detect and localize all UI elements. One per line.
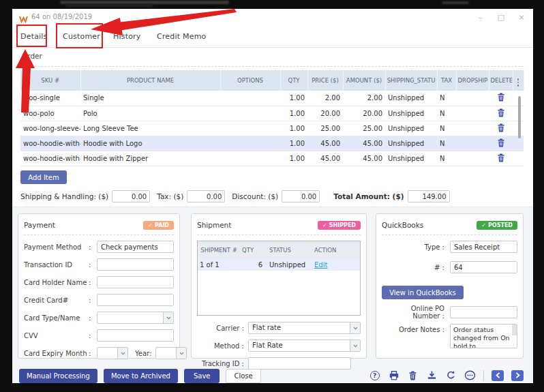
dashed-divider [382,235,517,235]
payment-method-input[interactable] [97,241,174,253]
delete-cell[interactable] [489,91,513,106]
qb-type-label: Type : [382,243,450,251]
card-holder-input[interactable] [97,276,174,288]
close-button[interactable]: Close [226,369,260,383]
amount-cell: 45.00 [343,136,385,151]
minimize-button[interactable]: – [473,11,488,23]
order-section-label: Order [22,52,42,60]
online-po-label: Online PO Number : [382,305,450,320]
manual-processing-button[interactable]: Manual Processing [19,369,97,383]
save-button[interactable]: Save [184,369,220,383]
dropship-cell [456,151,489,166]
discount-label: Discount: ($) [232,192,278,200]
method-select[interactable]: Flat Rate [248,340,361,352]
tracking-id-input[interactable] [248,357,351,370]
header-shipping-status: SHIPPING_STATU [385,70,437,91]
tab-customer[interactable]: Customer [63,32,100,41]
scrollbar-thumb[interactable] [512,325,517,335]
transaction-id-label: Transaction ID [24,261,89,269]
carrier-select[interactable]: Flat rate [248,322,361,334]
qty-cell: 1.00 [280,106,307,121]
expiry-month-select[interactable] [97,347,128,359]
more-options-icon[interactable] [464,370,476,381]
header-price: PRICE ($) [307,70,343,91]
qb-type-input[interactable] [450,241,517,253]
shipment-row: 1 of 1 6 Unshipped Edit [198,259,360,271]
order-notes-textarea[interactable]: Order status changed from On hold to [450,324,517,348]
online-po-input[interactable] [450,306,517,318]
transaction-id-input[interactable] [97,258,174,271]
dashed-divider [24,235,174,235]
next-order-button[interactable] [511,370,524,381]
carrier-label: Carrier : [197,325,248,332]
header-tax: TAX [437,70,456,91]
cropped-text-smudge [60,1,229,4]
shipment-action-header: ACTION [312,241,360,259]
credit-card-input[interactable] [97,294,174,306]
cvv-label: CVV [24,332,89,340]
shipment-qty-header: QTY [240,241,267,259]
header-product: PRODUCT NAME [80,70,220,91]
tax-input[interactable] [187,190,225,202]
dashed-divider [197,235,361,235]
order-row[interactable]: woo-polo Polo 1.00 20.00 20.00 Unshipped… [20,106,524,121]
view-in-quickbooks-button[interactable]: View in QuickBooks [382,286,464,299]
product-cell: Long Sleeve Tee [80,121,220,136]
refresh-icon[interactable] [445,370,457,381]
tax-label: Tax: ($) [157,192,183,200]
edit-shipment-link[interactable]: Edit [314,261,327,269]
kebab-menu-icon[interactable] [517,78,519,87]
options-cell [220,91,280,106]
close-window-button[interactable]: × [514,11,529,23]
discount-input[interactable] [282,190,320,202]
print-icon[interactable] [388,370,399,381]
qty-cell: 1.00 [280,121,307,136]
header-amount: AMOUNT ($) [343,70,385,91]
delete-icon[interactable] [407,370,419,381]
order-row-selected[interactable]: woo-hoodie-with-lc Hoodie with Logo 1.00… [20,136,524,151]
shipment-number-header: SHIPMENT # [198,241,240,259]
tab-credit-memo[interactable]: Credit Memo [157,32,206,41]
tax-cell: N [437,91,456,106]
chevron-down-icon [163,312,173,323]
vertical-scrollbar-thumb[interactable] [518,96,521,138]
qb-number-input[interactable] [450,261,517,273]
cvv-input[interactable] [97,329,174,342]
delete-cell[interactable] [489,121,513,136]
header-menu[interactable] [513,70,524,91]
trash-icon [497,108,505,117]
help-icon[interactable]: ? [369,370,380,381]
order-row[interactable]: woo-single Single 1.00 2.00 2.00 Unshipp… [20,91,524,106]
options-cell [220,106,280,121]
add-item-button[interactable]: Add Item [20,170,67,184]
delete-cell[interactable] [489,136,513,151]
chevron-left-icon [496,372,500,378]
tab-history[interactable]: History [113,32,141,41]
previous-order-button[interactable] [492,370,504,381]
move-to-archived-button[interactable]: Move to Archived [104,369,178,383]
expiry-year-select[interactable] [155,347,187,359]
delete-cell[interactable] [489,106,513,121]
sku-cell: woo-hoodie-with-lc [20,136,80,151]
shipping-handling-input[interactable] [112,190,150,202]
order-row[interactable]: woo-long-sleeve-te Long Sleeve Tee 1.00 … [20,121,524,136]
options-cell [220,136,280,151]
tab-bar: Details Customer History Credit Memo [12,25,533,48]
card-type-select[interactable] [97,312,174,324]
price-cell: 2.00 [307,91,343,106]
shipment-panel: Shipment ✓SHIPPED SHIPMENT # QTY STATUS … [191,213,367,359]
delete-cell[interactable] [489,151,513,166]
method-label: Method : [197,342,248,350]
download-icon[interactable] [426,370,438,381]
divider [483,370,484,381]
amount-cell: 25.00 [343,121,385,136]
payment-title: Payment [24,221,55,229]
tab-details[interactable]: Details [20,32,48,41]
header-sku: SKU # [20,70,80,91]
maximize-button[interactable]: □ [494,11,509,23]
check-icon: ✓ [322,222,327,228]
price-cell: 45.00 [307,151,343,166]
shipment-qty-cell: 6 [240,259,267,271]
window-title: 64 on 08/19/2019 [31,13,92,20]
order-row[interactable]: woo-hoodie-with-zi Hoodie with Zipper 1.… [20,151,524,166]
